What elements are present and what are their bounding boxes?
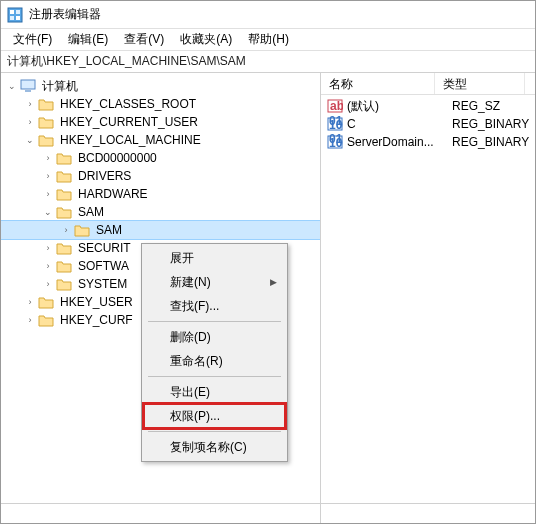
menu-help[interactable]: 帮助(H) xyxy=(240,29,297,50)
list-pane: 名称 类型 ab (默认) REG_SZ 01101001 C REG_BINA… xyxy=(321,73,535,505)
ctx-separator xyxy=(148,431,281,432)
address-bar[interactable]: 计算机\HKEY_LOCAL_MACHINE\SAM\SAM xyxy=(1,51,535,73)
ctx-find[interactable]: 查找(F)... xyxy=(144,294,285,318)
folder-icon xyxy=(56,259,72,273)
binary-value-icon: 01101001 xyxy=(327,116,343,132)
statusbar-watermark xyxy=(475,504,535,523)
expander-icon[interactable]: ⌄ xyxy=(5,79,19,93)
value-name: C xyxy=(347,117,452,131)
tree-label: HKEY_CURRENT_USER xyxy=(58,115,200,129)
expander-icon[interactable]: › xyxy=(23,313,37,327)
tree-label: HKEY_CURF xyxy=(58,313,135,327)
ctx-rename[interactable]: 重命名(R) xyxy=(144,349,285,373)
folder-icon xyxy=(56,241,72,255)
folder-icon xyxy=(56,277,72,291)
menu-edit[interactable]: 编辑(E) xyxy=(60,29,116,50)
tree-node-sam-sam[interactable]: › SAM xyxy=(1,221,320,239)
list-row[interactable]: 01101001 ServerDomain... REG_BINARY xyxy=(321,133,535,151)
ctx-separator xyxy=(148,321,281,322)
tree-node-hkcu[interactable]: › HKEY_CURRENT_USER xyxy=(1,113,320,131)
context-menu: 展开 新建(N)▶ 查找(F)... 删除(D) 重命名(R) 导出(E) 权限… xyxy=(141,243,288,462)
value-name: (默认) xyxy=(347,98,452,115)
expander-icon[interactable]: › xyxy=(41,241,55,255)
tree-label: SOFTWA xyxy=(76,259,131,273)
tree-node-hkcr[interactable]: › HKEY_CLASSES_ROOT xyxy=(1,95,320,113)
tree-node-drivers[interactable]: › DRIVERS xyxy=(1,167,320,185)
folder-icon xyxy=(38,313,54,327)
tree-label: SYSTEM xyxy=(76,277,129,291)
folder-icon xyxy=(56,187,72,201)
ctx-label: 重命名(R) xyxy=(170,353,223,370)
string-value-icon: ab xyxy=(327,98,343,114)
ctx-new[interactable]: 新建(N)▶ xyxy=(144,270,285,294)
ctx-export[interactable]: 导出(E) xyxy=(144,380,285,404)
tree-label: BCD00000000 xyxy=(76,151,159,165)
list-row[interactable]: 01101001 C REG_BINARY xyxy=(321,115,535,133)
value-type: REG_BINARY xyxy=(452,135,535,149)
folder-icon xyxy=(74,223,90,237)
expander-icon[interactable]: › xyxy=(59,223,73,237)
tree-node-computer[interactable]: ⌄ 计算机 xyxy=(1,77,320,95)
svg-rect-2 xyxy=(16,10,20,14)
value-name: ServerDomain... xyxy=(347,135,452,149)
expander-icon[interactable]: › xyxy=(41,169,55,183)
tree-node-hardware[interactable]: › HARDWARE xyxy=(1,185,320,203)
expander-icon[interactable]: › xyxy=(23,115,37,129)
ctx-label: 新建(N) xyxy=(170,274,211,291)
expander-icon[interactable]: ⌄ xyxy=(23,133,37,147)
tree-label: HKEY_CLASSES_ROOT xyxy=(58,97,198,111)
ctx-label: 导出(E) xyxy=(170,384,210,401)
column-name[interactable]: 名称 xyxy=(321,73,435,94)
expander-icon[interactable]: › xyxy=(41,277,55,291)
tree-node-bcd[interactable]: › BCD00000000 xyxy=(1,149,320,167)
svg-rect-5 xyxy=(21,80,35,89)
menu-view[interactable]: 查看(V) xyxy=(116,29,172,50)
svg-text:ab: ab xyxy=(330,99,343,113)
folder-icon xyxy=(56,169,72,183)
folder-icon xyxy=(56,205,72,219)
tree-label: HKEY_LOCAL_MACHINE xyxy=(58,133,203,147)
svg-rect-4 xyxy=(16,16,20,20)
expander-icon[interactable]: › xyxy=(23,295,37,309)
ctx-label: 删除(D) xyxy=(170,329,211,346)
list-header: 名称 类型 xyxy=(321,73,535,95)
ctx-separator xyxy=(148,376,281,377)
menu-favorites[interactable]: 收藏夹(A) xyxy=(172,29,240,50)
ctx-label: 展开 xyxy=(170,250,194,267)
expander-icon[interactable]: › xyxy=(41,259,55,273)
folder-icon xyxy=(38,115,54,129)
tree-label: SAM xyxy=(76,205,106,219)
menu-bar: 文件(F) 编辑(E) 查看(V) 收藏夹(A) 帮助(H) xyxy=(1,29,535,51)
folder-icon xyxy=(38,295,54,309)
ctx-expand[interactable]: 展开 xyxy=(144,246,285,270)
svg-text:1001: 1001 xyxy=(329,118,343,132)
column-type[interactable]: 类型 xyxy=(435,73,525,94)
tree-label: SECURIT xyxy=(76,241,133,255)
folder-icon xyxy=(38,133,54,147)
tree-node-hklm[interactable]: ⌄ HKEY_LOCAL_MACHINE xyxy=(1,131,320,149)
expander-icon[interactable]: › xyxy=(41,187,55,201)
submenu-arrow-icon: ▶ xyxy=(270,277,277,287)
title-bar: 注册表编辑器 xyxy=(1,1,535,29)
tree-label: HKEY_USER xyxy=(58,295,135,309)
value-type: REG_SZ xyxy=(452,99,535,113)
tree-label: SAM xyxy=(94,223,124,237)
tree-node-sam[interactable]: ⌄ SAM xyxy=(1,203,320,221)
ctx-label: 权限(P)... xyxy=(170,408,220,425)
expander-icon[interactable]: ⌄ xyxy=(41,205,55,219)
tree-label: HARDWARE xyxy=(76,187,150,201)
value-type: REG_BINARY xyxy=(452,117,535,131)
ctx-label: 查找(F)... xyxy=(170,298,219,315)
menu-file[interactable]: 文件(F) xyxy=(5,29,60,50)
svg-rect-6 xyxy=(25,90,31,92)
svg-rect-3 xyxy=(10,16,14,20)
list-row[interactable]: ab (默认) REG_SZ xyxy=(321,97,535,115)
binary-value-icon: 01101001 xyxy=(327,134,343,150)
tree-label: DRIVERS xyxy=(76,169,133,183)
ctx-permissions[interactable]: 权限(P)... xyxy=(144,404,285,428)
ctx-copy-key-name[interactable]: 复制项名称(C) xyxy=(144,435,285,459)
expander-icon[interactable]: › xyxy=(23,97,37,111)
expander-icon[interactable]: › xyxy=(41,151,55,165)
svg-rect-1 xyxy=(10,10,14,14)
ctx-delete[interactable]: 删除(D) xyxy=(144,325,285,349)
